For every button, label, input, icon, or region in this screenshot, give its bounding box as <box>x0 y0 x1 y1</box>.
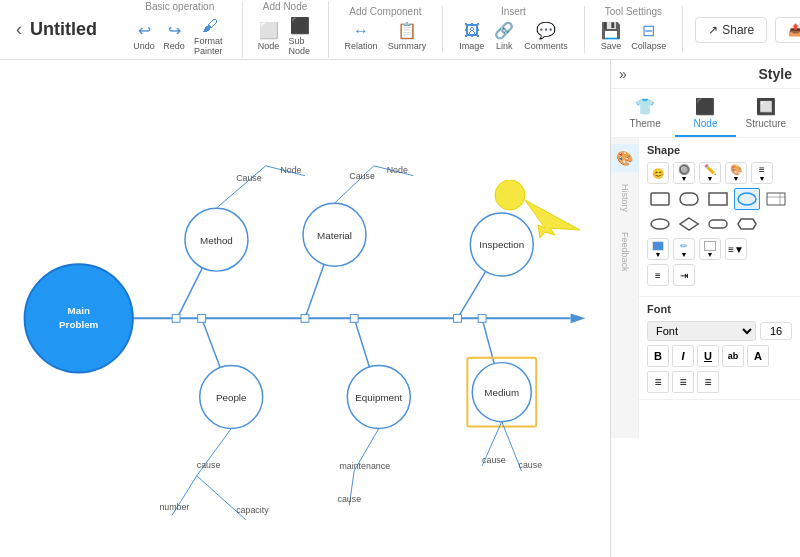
shape-lines-r[interactable] <box>763 188 789 210</box>
app-title: Untitled <box>30 19 110 40</box>
svg-rect-44 <box>350 314 358 322</box>
bold-button[interactable]: B <box>647 345 669 367</box>
align-left-button[interactable]: ≡ <box>647 371 669 393</box>
panel-title: Style <box>759 66 792 82</box>
image-button[interactable]: 🖼 Image <box>455 19 488 52</box>
addcomponent-buttons: ↔ Relation 📋 Summary <box>341 19 431 52</box>
outdent-btn[interactable]: ⇥ <box>673 264 695 286</box>
svg-text:Medium: Medium <box>484 387 519 398</box>
font-family-select[interactable]: Font <box>647 321 756 341</box>
shape-diamond[interactable] <box>676 213 702 235</box>
relation-icon: ↔ <box>353 21 369 40</box>
export-button[interactable]: 📤 Export <box>775 17 800 43</box>
header: ‹ Untitled Basic operation ↩ Undo ↪ Redo… <box>0 0 800 60</box>
summary-button[interactable]: 📋 Summary <box>384 19 431 52</box>
structure-icon: 🔲 <box>756 97 776 116</box>
relation-button[interactable]: ↔ Relation <box>341 19 382 52</box>
align-right-button[interactable]: ≡ <box>697 371 719 393</box>
basic-buttons: ↩ Undo ↪ Redo 🖌 Format Painter <box>130 14 230 57</box>
italic-button[interactable]: I <box>672 345 694 367</box>
mini-tab-style[interactable]: 🎨 <box>611 144 639 172</box>
text-align-row: ≡ ≡ ≡ <box>647 371 792 393</box>
svg-text:Problem: Problem <box>59 319 99 330</box>
sub-node-button[interactable]: ⬛ Sub Node <box>285 14 316 57</box>
svg-rect-56 <box>709 193 727 205</box>
shape-rounded[interactable] <box>676 188 702 210</box>
insert-buttons: 🖼 Image 🔗 Link 💬 Comments <box>455 19 572 52</box>
toolbar-group-insert: Insert 🖼 Image 🔗 Link 💬 Comments <box>455 6 585 52</box>
strikethrough-button[interactable]: ab <box>722 345 744 367</box>
shape-stadium[interactable] <box>705 213 731 235</box>
back-button[interactable]: ‹ <box>8 15 30 44</box>
canvas[interactable]: Main Problem Method Cause Node Material … <box>0 60 610 557</box>
save-button[interactable]: 💾 Save <box>597 19 626 52</box>
link-icon: 🔗 <box>494 21 514 40</box>
toolbar-group-addcomponent: Add Component ↔ Relation 📋 Summary <box>341 6 444 52</box>
feedback-label: Feedback <box>620 232 630 272</box>
format-painter-icon: 🖌 <box>202 16 218 35</box>
collapse-icon: ⊟ <box>642 21 655 40</box>
align-center-button[interactable]: ≡ <box>672 371 694 393</box>
toolbar-group-basic: Basic operation ↩ Undo ↪ Redo 🖌 Format P… <box>130 1 243 57</box>
comments-button[interactable]: 💬 Comments <box>520 19 572 52</box>
shape-rectangle[interactable] <box>647 188 673 210</box>
line-color-picker[interactable]: ✏ ▼ <box>673 238 695 260</box>
share-icon: ↗ <box>708 23 718 37</box>
svg-point-61 <box>651 219 669 229</box>
svg-rect-53 <box>478 314 486 322</box>
fill-color-btn[interactable]: 🔘 ▼ <box>673 162 695 184</box>
svg-rect-55 <box>680 193 698 205</box>
shape-ellipse[interactable] <box>647 213 673 235</box>
border-color-btn[interactable]: ✏️ ▼ <box>699 162 721 184</box>
bg-color-btn[interactable]: 🎨 ▼ <box>725 162 747 184</box>
header-right: ↗ Share 📤 Export <box>695 17 800 43</box>
svg-text:Material: Material <box>317 230 352 241</box>
shape-circle[interactable] <box>734 188 760 210</box>
svg-rect-36 <box>198 314 206 322</box>
panel-main-content: Shape 😊 🔘 ▼ ✏️ <box>639 138 800 400</box>
font-size-input[interactable] <box>760 322 792 340</box>
tab-structure[interactable]: 🔲 Structure <box>736 93 796 137</box>
tab-theme[interactable]: 👕 Theme <box>615 93 675 137</box>
panel-collapse-button[interactable]: » <box>619 66 627 82</box>
tab-node[interactable]: ⬛ Node <box>675 93 735 137</box>
addnode-buttons: ⬜ Node ⬛ Sub Node <box>255 14 316 57</box>
shape-row-2 <box>647 213 792 235</box>
svg-marker-3 <box>571 313 586 323</box>
sub-node-icon: ⬛ <box>290 16 310 35</box>
indent-row: ≡ ⇥ <box>647 264 792 286</box>
node-button[interactable]: ⬜ Node <box>255 19 283 52</box>
more-color-btn[interactable]: ≡ ▼ <box>751 162 773 184</box>
svg-text:Main: Main <box>68 305 90 316</box>
style-tabs: 👕 Theme ⬛ Node 🔲 Structure <box>611 89 800 138</box>
emoji-face-btn[interactable]: 😊 <box>647 162 669 184</box>
undo-icon: ↩ <box>138 21 151 40</box>
shape-hexagon[interactable] <box>734 213 760 235</box>
svg-text:cause: cause <box>482 455 506 465</box>
right-panel: » Style 👕 Theme ⬛ Node 🔲 Structure 🎨 <box>610 60 800 557</box>
fill-border-row: ▼ ✏ ▼ ▼ <box>647 238 792 260</box>
indent-btn[interactable]: ≡ <box>647 264 669 286</box>
share-button[interactable]: ↗ Share <box>695 17 767 43</box>
bg-picker-2[interactable]: ▼ <box>699 238 721 260</box>
redo-button[interactable]: ↪ Redo <box>160 19 188 52</box>
font-family-row: Font <box>647 321 792 341</box>
shape-rect-outline[interactable] <box>705 188 731 210</box>
fill-color-picker[interactable]: ▼ <box>647 238 669 260</box>
svg-rect-63 <box>709 220 727 228</box>
collapse-button[interactable]: ⊟ Collapse <box>627 19 670 52</box>
font-color-button[interactable]: A <box>747 345 769 367</box>
line-style-btn[interactable]: ≡▼ <box>725 238 747 260</box>
panel-content-area: 🎨 History Feedback Shape 😊 🔘 <box>611 138 800 438</box>
format-painter-button[interactable]: 🖌 Format Painter <box>190 14 230 57</box>
undo-button[interactable]: ↩ Undo <box>130 19 158 52</box>
svg-text:Node: Node <box>387 165 408 175</box>
toolbar-group-addnode: Add Node ⬜ Node ⬛ Sub Node <box>255 1 329 57</box>
svg-text:People: People <box>216 392 247 403</box>
link-button[interactable]: 🔗 Link <box>490 19 518 52</box>
group-label-basic: Basic operation <box>130 1 230 12</box>
svg-rect-54 <box>651 193 669 205</box>
underline-button[interactable]: U <box>697 345 719 367</box>
svg-text:Method: Method <box>200 235 233 246</box>
fishbone-diagram: Main Problem Method Cause Node Material … <box>0 60 610 557</box>
